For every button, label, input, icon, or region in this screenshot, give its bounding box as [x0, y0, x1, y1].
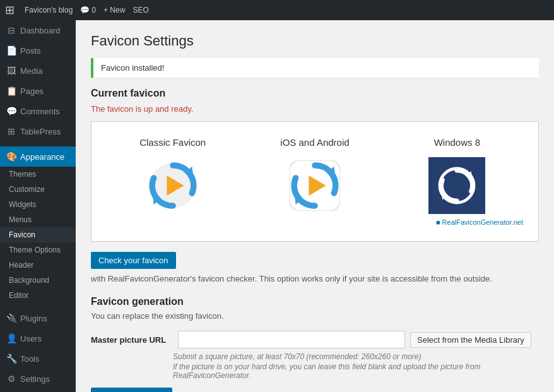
sidebar-item-pages[interactable]: 📋 Pages [0, 81, 76, 101]
classic-col: Classic Favicon [102, 132, 244, 231]
wp-logo: ⊞ [5, 3, 15, 17]
posts-icon: 📄 [6, 45, 16, 56]
windows-icon-wrapper [425, 154, 488, 217]
seo-link[interactable]: SEO [133, 6, 148, 15]
comment-icon: 💬 [80, 6, 90, 15]
sidebar-item-tools[interactable]: 🔧 Tools [0, 348, 76, 369]
master-url-row: Master picture URL Select from the Media… [91, 331, 539, 348]
site-name[interactable]: Favicon's blog [25, 6, 73, 15]
hint1: Submit a square picture, at least 70x70 … [173, 352, 539, 361]
sidebar-item-media[interactable]: 🖼 Media [0, 61, 76, 81]
sidebar: ⊟ Dashboard 📄 Posts 🖼 Media 📋 Pages 💬 Co… [0, 20, 76, 392]
gen-title: Favicon generation [91, 296, 539, 307]
ios-col: iOS and Android [244, 132, 386, 231]
sidebar-item-favicon[interactable]: Favicon [0, 227, 76, 242]
ios-favicon-icon [290, 160, 340, 211]
master-label: Master picture URL [91, 335, 173, 345]
sidebar-item-background[interactable]: Background [0, 273, 76, 288]
sidebar-item-editor[interactable]: Editor [0, 288, 76, 303]
ios-title: iOS and Android [280, 137, 349, 148]
classic-icon-wrapper [141, 154, 204, 217]
sidebar-item-widgets[interactable]: Widgets [0, 197, 76, 212]
gen-desc: You can replace the existing favicon. [91, 311, 539, 321]
dashboard-icon: ⊟ [6, 25, 16, 35]
generate-favicon-button[interactable]: Generate favicon [91, 388, 172, 392]
current-favicon-desc: The favicon is up and ready. [91, 104, 539, 114]
plugins-icon: 🔌 [6, 313, 16, 323]
sidebar-item-themes[interactable]: Themes [0, 167, 76, 182]
comments-icon: 💬 [6, 106, 16, 116]
classic-title: Classic Favicon [139, 137, 206, 148]
check-row: Check your favicon with RealFaviconGener… [91, 252, 539, 283]
users-icon: 👤 [6, 333, 16, 343]
rfg-badge: ■ RealFaviconGenerator.net [391, 218, 523, 226]
comments-link[interactable]: 💬 0 [80, 6, 96, 15]
classic-favicon-icon [148, 160, 198, 211]
page-title: Favicon Settings [91, 33, 539, 49]
check-text: with RealFaviconGenerator's favicon chec… [91, 274, 492, 283]
windows-col: Windows 8 ■ RealFaviconGenerator.net [386, 132, 528, 231]
sidebar-item-users[interactable]: 👤 Users [0, 328, 76, 348]
top-bar: ⊞ Favicon's blog 💬 0 + New SEO [0, 0, 554, 20]
sidebar-item-settings[interactable]: ⚙ Settings [0, 369, 76, 389]
ios-icon-wrapper [283, 154, 346, 217]
current-favicon-title: Current favicon [91, 88, 539, 99]
master-url-input[interactable] [178, 331, 405, 348]
sidebar-item-header[interactable]: Header [0, 258, 76, 273]
select-media-button[interactable]: Select from the Media Library [410, 332, 531, 348]
sidebar-item-customize[interactable]: Customize [0, 182, 76, 197]
sidebar-item-plugins[interactable]: 🔌 Plugins [0, 308, 76, 328]
tablepress-icon: ⊞ [6, 126, 16, 136]
sidebar-item-comments[interactable]: 💬 Comments [0, 101, 76, 121]
check-favicon-button[interactable]: Check your favicon [91, 252, 176, 269]
sidebar-item-posts[interactable]: 📄 Posts [0, 40, 76, 61]
success-notice: Favicon installed! [91, 58, 539, 78]
windows-title: Windows 8 [434, 137, 480, 148]
sidebar-item-dashboard[interactable]: ⊟ Dashboard [0, 20, 76, 40]
windows-favicon-icon [428, 157, 485, 214]
media-icon: 🖼 [6, 66, 16, 76]
pages-icon: 📋 [6, 86, 16, 96]
sidebar-item-menus[interactable]: Menus [0, 212, 76, 227]
gen-section: Favicon generation You can replace the e… [91, 296, 539, 392]
sidebar-item-tablepress[interactable]: ⊞ TablePress [0, 121, 76, 141]
favicon-preview-box: Classic Favicon [91, 121, 539, 242]
main-content: Favicon Settings Favicon installed! Curr… [76, 20, 554, 392]
tools-icon: 🔧 [6, 353, 16, 364]
settings-icon: ⚙ [6, 374, 16, 384]
new-link[interactable]: + New [103, 6, 125, 15]
hint2: If the picture is on your hard drive, yo… [173, 362, 539, 380]
appearance-icon: 🎨 [6, 151, 16, 162]
sidebar-item-theme-options[interactable]: Theme Options [0, 242, 76, 258]
sidebar-item-appearance[interactable]: 🎨 Appearance [0, 146, 76, 167]
